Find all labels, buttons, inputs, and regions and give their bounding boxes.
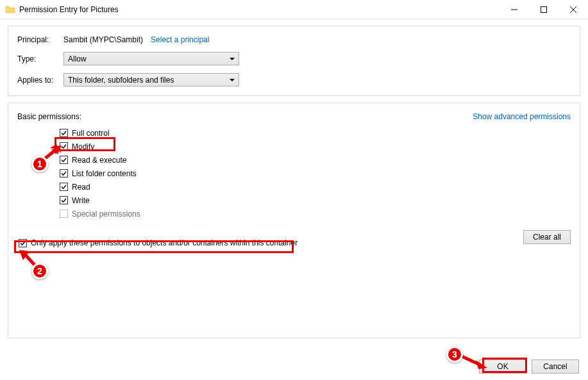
only-apply-label: Only apply these permissions to objects … (31, 238, 298, 247)
basic-permissions-label: Basic permissions: (17, 112, 81, 121)
cancel-button[interactable]: Cancel (532, 359, 579, 374)
svg-rect-0 (541, 6, 547, 12)
type-select-value: Allow (68, 54, 87, 63)
checkbox-icon[interactable] (60, 183, 68, 191)
chevron-down-icon (230, 79, 235, 81)
principal-label: Principal: (17, 35, 63, 44)
perm-read[interactable]: Read (60, 180, 571, 194)
ok-button[interactable]: OK (479, 359, 526, 374)
checkbox-icon[interactable] (60, 169, 68, 178)
clear-all-button[interactable]: Clear all (523, 230, 571, 244)
minimize-button[interactable] (500, 0, 529, 19)
checkbox-icon (60, 210, 68, 218)
perm-modify[interactable]: Modify (60, 140, 571, 153)
chevron-down-icon (230, 58, 235, 60)
checkbox-icon[interactable] (60, 142, 68, 151)
perm-read-execute[interactable]: Read & execute (60, 153, 571, 167)
perm-special: Special permissions (60, 207, 571, 220)
dialog-footer: OK Cancel (479, 359, 579, 374)
perm-write[interactable]: Write (60, 194, 571, 207)
principal-value: Sambit (MYPC\Sambit) (63, 35, 143, 44)
select-principal-link[interactable]: Select a principal (151, 35, 209, 44)
maximize-button[interactable] (529, 0, 559, 19)
principal-panel: Principal: Sambit (MYPC\Sambit) Select a… (8, 26, 580, 96)
perm-full-control[interactable]: Full control (60, 126, 571, 140)
type-label: Type: (17, 54, 63, 63)
checkbox-icon[interactable] (60, 156, 68, 164)
window-title: Permission Entry for Pictures (19, 5, 500, 14)
checkbox-icon[interactable] (19, 239, 27, 247)
applies-to-select[interactable]: This folder, subfolders and files (63, 73, 239, 87)
only-apply-row[interactable]: Only apply these permissions to objects … (17, 238, 571, 247)
permission-list: Full control Modify Read & execute List … (60, 126, 571, 220)
perm-list-folder[interactable]: List folder contents (60, 167, 571, 180)
show-advanced-link[interactable]: Show advanced permissions (473, 112, 571, 121)
checkbox-icon[interactable] (60, 129, 68, 137)
checkbox-icon[interactable] (60, 196, 68, 204)
type-select[interactable]: Allow (63, 52, 239, 65)
titlebar: Permission Entry for Pictures (0, 0, 588, 19)
permissions-panel: Basic permissions: Show advanced permiss… (8, 103, 580, 338)
applies-to-label: Applies to: (17, 76, 63, 85)
folder-icon (5, 4, 15, 15)
applies-to-select-value: This folder, subfolders and files (68, 76, 174, 85)
close-button[interactable] (559, 0, 588, 19)
annotation-badge-3: 3 (446, 346, 463, 363)
